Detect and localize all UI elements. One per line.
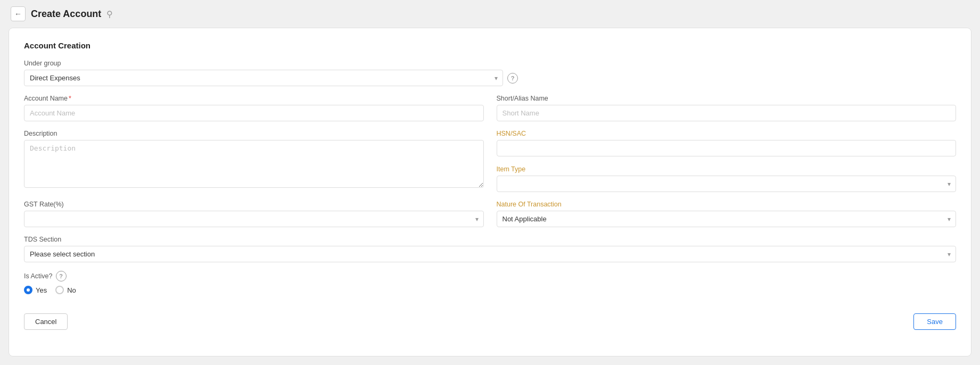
radio-no-custom	[55, 286, 64, 294]
under-group-info-icon[interactable]: ?	[507, 73, 518, 84]
form-footer: Cancel Save	[24, 313, 956, 330]
tds-section-label: TDS Section	[24, 236, 956, 243]
description-input[interactable]	[24, 140, 484, 188]
pin-icon[interactable]: ⚲	[106, 9, 113, 19]
is-active-info-icon[interactable]: ?	[56, 271, 67, 281]
nature-of-transaction-select[interactable]: Not Applicable	[497, 211, 957, 227]
radio-yes-label: Yes	[36, 286, 47, 294]
tds-row: TDS Section Please select section ▾	[24, 236, 956, 262]
info-symbol: ?	[511, 75, 515, 81]
description-label: Description	[24, 130, 484, 137]
under-group-select-wrapper: Direct Expenses ▾	[24, 70, 503, 86]
under-group-field: Under group Direct Expenses ▾ ?	[24, 60, 518, 86]
nature-of-transaction-select-wrapper: Not Applicable ▾	[497, 211, 957, 227]
under-group-select[interactable]: Direct Expenses	[24, 70, 503, 86]
cancel-button[interactable]: Cancel	[24, 313, 68, 330]
tds-section-field: TDS Section Please select section ▾	[24, 236, 956, 262]
is-active-label-text: Is Active?	[24, 272, 53, 280]
tds-section-select-wrapper: Please select section ▾	[24, 246, 956, 262]
account-name-label: Account Name*	[24, 95, 484, 102]
description-row: Description HSN/SAC Item Type	[24, 130, 956, 192]
radio-yes[interactable]: Yes	[24, 286, 47, 294]
hsn-sac-field: HSN/SAC	[497, 130, 957, 156]
tds-section-select[interactable]: Please select section	[24, 246, 956, 262]
account-name-input[interactable]	[24, 105, 484, 121]
nature-of-transaction-field: Nature Of Transaction Not Applicable ▾	[497, 201, 957, 227]
short-name-input[interactable]	[497, 105, 957, 121]
account-name-row: Account Name* Short/Alias Name	[24, 95, 956, 121]
back-icon: ←	[14, 10, 22, 18]
hsn-item-column: HSN/SAC Item Type ▾	[497, 130, 957, 192]
under-group-label: Under group	[24, 60, 518, 67]
form-section: Under group Direct Expenses ▾ ? Account …	[24, 60, 956, 330]
hsn-sac-label: HSN/SAC	[497, 130, 957, 137]
is-active-section: Is Active? ? Yes No	[24, 271, 956, 294]
account-name-field: Account Name*	[24, 95, 484, 121]
is-active-radio-group: Yes No	[24, 286, 956, 294]
hsn-sac-input[interactable]	[497, 140, 957, 156]
radio-no-label: No	[67, 286, 76, 294]
short-name-label: Short/Alias Name	[497, 95, 957, 102]
gst-rate-select[interactable]	[24, 211, 484, 227]
gst-rate-select-wrapper: ▾	[24, 211, 484, 227]
nature-of-transaction-label: Nature Of Transaction	[497, 201, 957, 208]
page-title: Create Account	[31, 9, 101, 20]
gst-rate-field: GST Rate(%) ▾	[24, 201, 484, 227]
item-type-field: Item Type ▾	[497, 165, 957, 192]
radio-yes-custom	[24, 286, 32, 294]
back-button[interactable]: ←	[11, 6, 26, 21]
item-type-select[interactable]	[497, 176, 957, 192]
description-field: Description	[24, 130, 484, 192]
gst-nature-row: GST Rate(%) ▾ Nature Of Transaction Not …	[24, 201, 956, 227]
item-type-label: Item Type	[497, 165, 957, 173]
main-card: Account Creation Under group Direct Expe…	[9, 28, 971, 356]
card-title: Account Creation	[24, 41, 956, 50]
radio-no[interactable]: No	[55, 286, 76, 294]
save-button[interactable]: Save	[913, 313, 956, 330]
short-name-field: Short/Alias Name	[497, 95, 957, 121]
is-active-label-row: Is Active? ?	[24, 271, 956, 281]
info-symbol-2: ?	[59, 273, 63, 279]
item-type-select-wrapper: ▾	[497, 176, 957, 192]
gst-rate-label: GST Rate(%)	[24, 201, 484, 208]
